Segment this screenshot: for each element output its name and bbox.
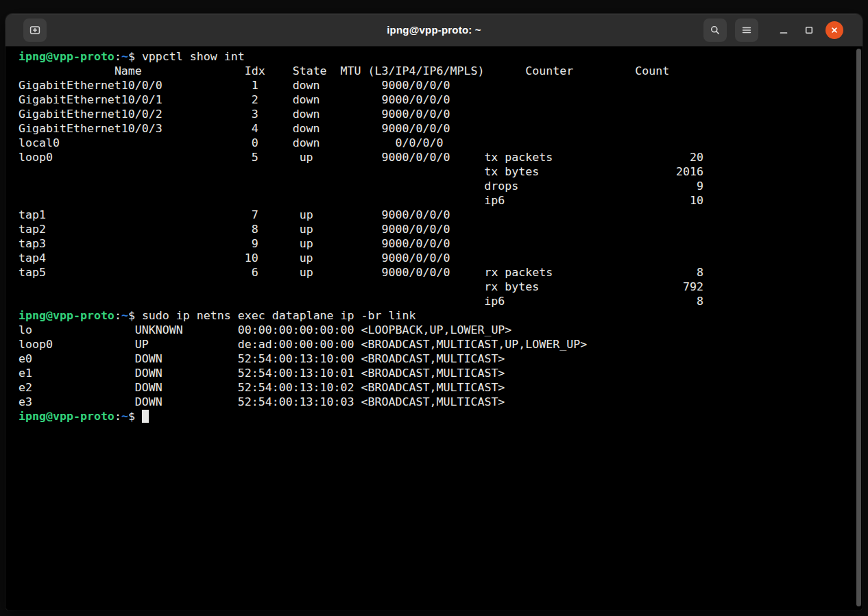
terminal-text: 52:54:00:13:10:03: [238, 395, 354, 408]
terminal-text: sudo ip netns exec dataplane ip -br link: [142, 309, 416, 322]
minimize-button[interactable]: [775, 21, 793, 39]
terminal-line: GigabitEthernet10/0/2 3 down 9000/0/0/0: [19, 107, 852, 121]
terminal-text: ~: [121, 410, 128, 423]
terminal-text: ipng@vpp-proto: [19, 50, 114, 63]
menu-icon: [741, 25, 752, 36]
terminal-text: GigabitEthernet10/0/3: [19, 122, 162, 135]
terminal-text: down: [293, 79, 320, 92]
terminal-text: 9000/0/0/0: [382, 223, 450, 236]
terminal-text: tap1: [19, 208, 46, 221]
search-button[interactable]: [703, 19, 727, 42]
terminal-line: lo UNKNOWN 00:00:00:00:00:00 <LOOPBACK,U…: [19, 323, 852, 337]
minimize-icon: [778, 25, 789, 36]
terminal-text: vppctl show int: [142, 50, 245, 63]
terminal-line: tap4 10 up 9000/0/0/0: [19, 251, 852, 265]
terminal-line: tx bytes 2016: [19, 164, 852, 179]
terminal-text: loop0: [19, 151, 53, 164]
terminal-text: 9000/0/0/0: [382, 208, 450, 221]
terminal-text: UP: [135, 338, 149, 351]
terminal-text: 10: [690, 194, 703, 207]
terminal-text: <BROADCAST,MULTICAST,UP,LOWER_UP>: [361, 338, 588, 351]
close-icon: [829, 25, 840, 36]
terminal-text: up: [300, 251, 313, 264]
terminal-text: 5: [252, 151, 258, 164]
terminal-text: 792: [683, 280, 703, 293]
terminal-text: Name: [114, 64, 142, 77]
scrollbar[interactable]: [855, 47, 863, 611]
terminal-text: :: [114, 50, 121, 63]
terminal-text: GigabitEthernet10/0/2: [19, 108, 162, 121]
terminal-text: DOWN: [135, 367, 162, 380]
terminal-text: 3: [252, 108, 258, 121]
terminal-line: ipng@vpp-proto:~$ sudo ip netns exec dat…: [19, 308, 852, 323]
terminal-line: rx bytes 792: [19, 280, 852, 294]
terminal-output: ipng@vpp-proto:~$ vppctl show int Name I…: [19, 49, 852, 423]
terminal-line: e1 DOWN 52:54:00:13:10:01 <BROADCAST,MUL…: [19, 366, 852, 380]
terminal-text: <BROADCAST,MULTICAST>: [361, 381, 505, 394]
terminal-text: tx bytes: [484, 165, 539, 178]
terminal-line: e2 DOWN 52:54:00:13:10:02 <BROADCAST,MUL…: [19, 380, 852, 395]
terminal-text: e2: [19, 381, 32, 394]
terminal-text: up: [300, 266, 313, 279]
terminal-text: de:ad:00:00:00:00: [238, 338, 354, 351]
terminal-screen[interactable]: ipng@vpp-proto:~$ vppctl show int Name I…: [5, 47, 863, 611]
search-icon: [710, 25, 721, 36]
terminal-text: up: [300, 237, 313, 250]
terminal-text: 52:54:00:13:10:00: [238, 352, 354, 365]
titlebar-right-controls: [703, 19, 843, 42]
terminal-line: e3 DOWN 52:54:00:13:10:03 <BROADCAST,MUL…: [19, 395, 852, 409]
terminal-line: loop0 5 up 9000/0/0/0 tx packets 20: [19, 150, 852, 164]
terminal-text: Idx: [245, 64, 265, 77]
close-button[interactable]: [825, 21, 843, 39]
terminal-text: DOWN: [135, 381, 162, 394]
terminal-text: 4: [252, 122, 258, 135]
terminal-text: tap3: [19, 237, 46, 250]
terminal-text: 9: [252, 237, 258, 250]
terminal-text: up: [300, 208, 313, 221]
terminal-line: tap2 8 up 9000/0/0/0: [19, 222, 852, 236]
terminal-text: $: [128, 309, 135, 322]
terminal-line: Name Idx State MTU (L3/IP4/IP6/MPLS) Cou…: [19, 64, 852, 78]
new-tab-icon: [29, 25, 40, 36]
terminal-text: GigabitEthernet10/0/1: [19, 93, 162, 106]
maximize-button[interactable]: [800, 21, 818, 39]
terminal-text: 00:00:00:00:00:00: [238, 323, 354, 336]
new-tab-button[interactable]: [23, 19, 47, 42]
terminal-text: 8: [252, 223, 258, 236]
terminal-text: Count: [635, 64, 669, 77]
terminal-line: drops 9: [19, 179, 852, 193]
scrollbar-thumb[interactable]: [856, 49, 861, 606]
terminal-text: ip6: [484, 295, 505, 308]
terminal-text: down: [293, 108, 320, 121]
terminal-text: MTU (L3/IP4/IP6/MPLS): [341, 64, 485, 77]
window-controls: [775, 21, 843, 39]
terminal-text: 0: [252, 136, 258, 149]
terminal-text: local0: [19, 136, 60, 149]
terminal-text: 0/0/0/0: [396, 136, 444, 149]
terminal-text: lo: [19, 323, 32, 336]
terminal-text: ~: [121, 50, 128, 63]
terminal-line: GigabitEthernet10/0/1 2 down 9000/0/0/0: [19, 93, 852, 107]
terminal-text: 10: [245, 251, 258, 264]
terminal-text: 9000/0/0/0: [382, 93, 450, 106]
terminal-text: 8: [697, 266, 703, 279]
terminal-text: up: [300, 151, 313, 164]
terminal-text: tap4: [19, 251, 46, 264]
terminal-line: loop0 UP de:ad:00:00:00:00 <BROADCAST,MU…: [19, 337, 852, 352]
terminal-text: <BROADCAST,MULTICAST>: [361, 352, 505, 365]
terminal-line: GigabitEthernet10/0/3 4 down 9000/0/0/0: [19, 121, 852, 136]
terminal-text: rx bytes: [484, 280, 539, 293]
terminal-text: 9000/0/0/0: [382, 266, 450, 279]
terminal-text: DOWN: [135, 352, 162, 365]
terminal-text: 2016: [676, 165, 703, 178]
terminal-text: down: [293, 93, 320, 106]
terminal-text: $: [128, 50, 135, 63]
terminal-line: ipng@vpp-proto:~$ vppctl show int: [19, 49, 852, 64]
terminal-text: drops: [484, 180, 518, 193]
terminal-text: 9000/0/0/0: [382, 237, 450, 250]
titlebar[interactable]: ipng@vpp-proto: ~: [5, 14, 863, 47]
terminal-text: tap2: [19, 223, 46, 236]
terminal-line: local0 0 down 0/0/0/0: [19, 136, 852, 150]
terminal-text: 9000/0/0/0: [382, 151, 450, 164]
menu-button[interactable]: [735, 19, 758, 42]
